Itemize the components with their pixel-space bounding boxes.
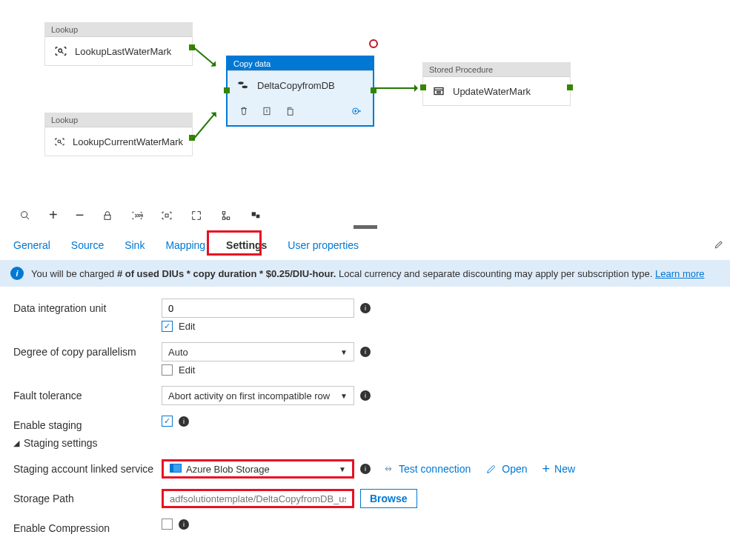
svg-rect-9 — [104, 215, 110, 219]
minimap-icon[interactable] — [250, 210, 262, 221]
edit-label: Edit — [179, 364, 195, 376]
node-type-label: Lookup — [45, 23, 192, 37]
svg-rect-5 — [288, 109, 293, 115]
svg-point-2 — [238, 81, 244, 84]
delete-icon[interactable] — [238, 105, 250, 119]
fullscreen-icon[interactable] — [190, 210, 202, 221]
help-icon[interactable]: i — [360, 390, 371, 401]
node-label: LookupLastWaterMark — [75, 46, 171, 57]
svg-rect-11 — [165, 214, 168, 217]
info-icon[interactable] — [261, 105, 273, 119]
label-enable-compression: Enable Compression — [13, 519, 162, 534]
search-icon[interactable] — [19, 210, 31, 221]
svg-rect-13 — [223, 217, 225, 219]
zoom-out-icon[interactable]: − — [76, 207, 84, 224]
test-connection-button[interactable]: Test connection — [382, 463, 471, 475]
help-icon[interactable]: i — [360, 303, 371, 313]
lookup-icon — [54, 44, 67, 58]
svg-point-1 — [58, 140, 61, 143]
label-diu: Data integration unit — [13, 299, 162, 314]
add-activity-icon[interactable] — [351, 105, 362, 119]
help-icon[interactable]: i — [179, 416, 189, 427]
pricing-banner: i You will be charged # of used DIUs * c… — [0, 260, 730, 287]
fault-tolerance-select[interactable]: Abort activity on first incompatible row… — [162, 386, 354, 405]
validation-error-icon — [369, 39, 378, 48]
tab-general[interactable]: General — [13, 236, 50, 254]
help-icon[interactable]: i — [360, 464, 371, 474]
node-stored-procedure[interactable]: Stored Procedure UpdateWaterMark — [422, 62, 571, 106]
connector — [192, 113, 216, 141]
label-parallelism: Degree of copy parallelism — [13, 342, 162, 358]
node-label: DeltaCopyfromDB — [257, 80, 335, 91]
fit-screen-icon[interactable] — [161, 210, 173, 221]
zoom-100-icon[interactable]: 100% — [131, 210, 143, 221]
parallelism-edit-checkbox[interactable] — [162, 364, 173, 376]
node-label: UpdateWaterMark — [453, 86, 531, 97]
highlight-box — [207, 230, 262, 256]
svg-point-3 — [242, 85, 248, 88]
lock-icon[interactable] — [102, 210, 113, 221]
lookup-icon — [54, 135, 65, 148]
svg-text:100%: 100% — [135, 214, 143, 218]
banner-text: You will be charged # of used DIUs * cop… — [31, 268, 705, 279]
staging-settings-header[interactable]: ◢ Staging settings — [13, 437, 717, 449]
svg-rect-12 — [223, 211, 225, 213]
label-storage-path: Storage Path — [13, 489, 162, 504]
tab-mapping[interactable]: Mapping — [165, 236, 205, 254]
node-label: LookupCurrentWaterMark — [73, 136, 183, 147]
tab-sink[interactable]: Sink — [125, 236, 145, 254]
connector — [192, 46, 216, 66]
parallelism-select[interactable]: Auto▼ — [162, 342, 354, 361]
label-linked-service: Staging account linked service — [13, 459, 162, 475]
diu-edit-checkbox[interactable]: ✓ — [162, 321, 173, 332]
open-button[interactable]: Open — [485, 463, 527, 475]
chevron-down-icon: ▼ — [340, 348, 348, 356]
chevron-down-icon: ▼ — [339, 465, 346, 473]
svg-rect-14 — [228, 217, 230, 219]
layout-icon[interactable] — [220, 210, 232, 221]
enable-staging-checkbox[interactable]: ✓ — [162, 416, 173, 427]
help-icon[interactable]: i — [360, 347, 371, 357]
canvas-toolbar: + − 100% — [0, 204, 730, 227]
info-icon: i — [10, 267, 24, 280]
copy-icon[interactable] — [284, 105, 296, 119]
label-enable-staging: Enable staging — [13, 416, 162, 431]
tab-user-properties[interactable]: User properties — [288, 236, 359, 254]
edit-label: Edit — [179, 321, 195, 332]
chevron-down-icon: ▼ — [340, 392, 348, 400]
stored-procedure-icon — [432, 84, 445, 98]
diu-input[interactable] — [162, 299, 354, 318]
settings-form: Data integration unit i ✓ Edit Degree of… — [0, 287, 730, 556]
node-type-label: Copy data — [228, 57, 373, 71]
collapse-icon: ◢ — [13, 439, 19, 448]
node-lookup-current-watermark[interactable]: Lookup LookupCurrentWaterMark — [44, 113, 193, 156]
new-button[interactable]: + New — [542, 461, 576, 477]
pipeline-canvas[interactable]: Lookup LookupLastWaterMark Lookup Lookup… — [0, 0, 730, 204]
edit-pencil-icon[interactable] — [714, 239, 724, 252]
svg-point-0 — [59, 49, 62, 53]
zoom-in-icon[interactable]: + — [49, 207, 58, 224]
svg-rect-15 — [252, 212, 256, 216]
tab-source[interactable]: Source — [71, 236, 104, 254]
enable-compression-checkbox[interactable] — [162, 519, 173, 530]
tab-bar: General Source Sink Mapping Settings Use… — [0, 229, 730, 260]
blob-storage-icon — [170, 464, 182, 473]
svg-point-8 — [21, 211, 27, 217]
label-fault-tolerance: Fault tolerance — [13, 386, 162, 401]
help-icon[interactable]: i — [179, 519, 189, 530]
node-lookup-last-watermark[interactable]: Lookup LookupLastWaterMark — [44, 22, 193, 66]
node-type-label: Stored Procedure — [423, 63, 570, 77]
learn-more-link[interactable]: Learn more — [655, 268, 704, 279]
browse-button[interactable]: Browse — [360, 489, 417, 508]
connector — [374, 87, 417, 89]
linked-service-select[interactable]: Azure Blob Storage ▼ — [162, 459, 354, 479]
node-copy-data[interactable]: Copy data DeltaCopyfromDB — [226, 56, 374, 127]
node-type-label: Lookup — [45, 113, 192, 127]
storage-path-input[interactable] — [162, 489, 354, 508]
database-icon — [236, 79, 250, 92]
svg-rect-16 — [256, 214, 260, 218]
